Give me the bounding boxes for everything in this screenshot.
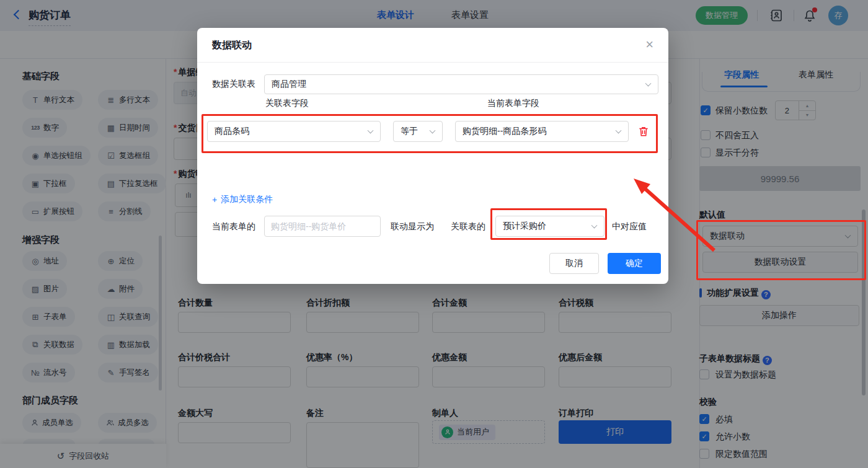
column-header-current-field: 当前表单字段 [458,98,569,109]
linkage-display-label: 联动显示为 [391,221,434,232]
annotation-box-condition-row [202,114,658,153]
cancel-button[interactable]: 取消 [549,253,599,274]
data-linkage-dialog: 数据联动 × 数据关联表 商品管理 关联表字段 当前表单字段 商品条码 等于 购… [197,28,668,284]
current-form-field-input[interactable] [264,216,381,237]
annotation-box-target-field [490,208,607,240]
linked-table-select[interactable]: 商品管理 [264,74,658,94]
dialog-title: 数据联动 [212,39,252,52]
form-designer-app: 购货订单 表单设计 表单设置 数据管理 存 表单外链 [0,0,868,468]
chevron-down-icon [645,81,652,87]
linked-table-prefix-label: 关联表的 [451,221,485,232]
corresponding-value-label: 中对应值 [612,221,647,232]
confirm-button[interactable]: 确定 [608,253,661,274]
current-form-prefix-label: 当前表单的 [212,221,255,232]
plus-icon: + [212,195,217,205]
add-condition-link[interactable]: + 添加关联条件 [212,194,273,205]
dialog-header-divider [197,62,668,63]
column-header-linked-field: 关联表字段 [234,98,340,109]
linked-table-label: 数据关联表 [212,79,255,90]
close-icon[interactable]: × [645,37,653,53]
annotation-box-default-value [696,220,866,280]
